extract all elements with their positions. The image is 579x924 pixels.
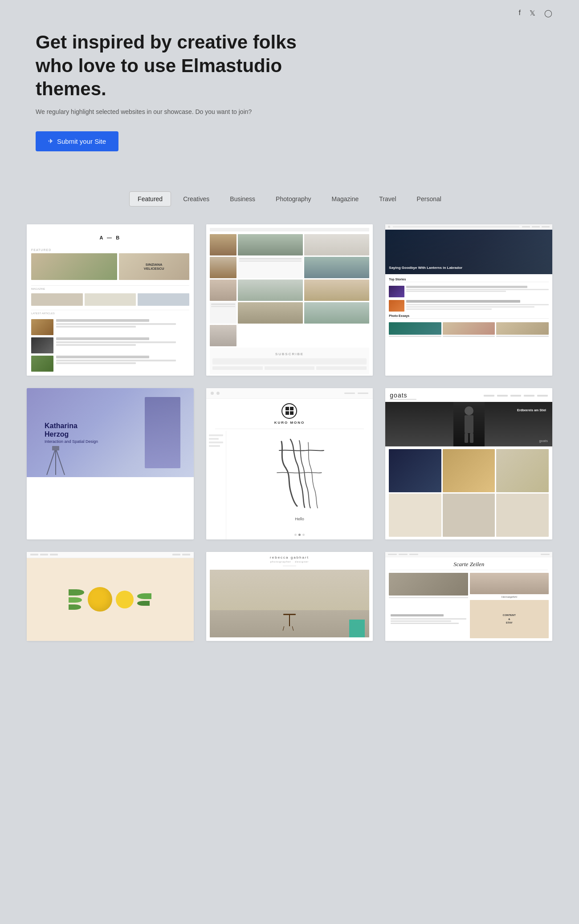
text-block (389, 600, 468, 638)
tab-travel[interactable]: Travel (371, 191, 404, 207)
person-silhouette (458, 404, 480, 444)
site-card-ab-blog[interactable]: A — B FEATURED SINZIANAVELICESCU MAGAZIN… (27, 224, 194, 376)
filter-tabs: Featured Creatives Business Photography … (0, 169, 579, 224)
nav-link2 (497, 395, 508, 397)
big-body2 (406, 306, 534, 308)
tripod-icon (42, 442, 69, 477)
mock-article-1 (31, 319, 189, 335)
lemon-2 (116, 591, 134, 608)
tab-business[interactable]: Business (221, 191, 264, 207)
brand-tagline (390, 399, 416, 400)
mock-cell (210, 234, 236, 255)
caption-1 (389, 336, 441, 337)
mock-title-3 (56, 356, 149, 358)
mock-grid: SUBSCRIBE (210, 234, 370, 369)
caption-2 (443, 336, 495, 337)
goats-watermark: goats (539, 439, 548, 443)
mock-article-img-3 (31, 356, 53, 372)
story-text-2 (406, 300, 549, 312)
story-sub (406, 289, 549, 290)
site-card-goats[interactable]: goats (385, 388, 552, 539)
mock-article-text-2 (56, 337, 189, 346)
twitter-icon[interactable]: 𝕏 (530, 9, 535, 17)
mock-nav (210, 228, 370, 231)
story-row-2 (389, 300, 549, 312)
photo-item-2 (443, 322, 495, 337)
mock-grid-item (138, 293, 189, 306)
mock-sub2-3 (56, 362, 136, 364)
tab-magazine[interactable]: Magazine (323, 191, 367, 207)
mock-section2: LATEST ARTICLES (31, 310, 189, 315)
mock-cell (304, 280, 369, 301)
foot1 (283, 626, 285, 631)
site-card-rebecca[interactable]: rebecca gabhart photographer · designer (206, 552, 373, 641)
nav-link4 (172, 554, 180, 555)
mock-sub-2 (56, 341, 176, 343)
accent-block (349, 620, 365, 637)
wall (210, 570, 370, 610)
photo-item-1 (389, 322, 441, 337)
sidebar-line4 (209, 445, 220, 447)
submit-site-button[interactable]: ✈ Submit your Site (36, 131, 118, 151)
nav-dot (211, 392, 214, 395)
hero-person (453, 402, 485, 446)
mock-sub2-2 (56, 344, 136, 346)
site-thumbnail-4: KatharinaHerzog Interaction and Spatial … (27, 388, 194, 477)
hero-subtitle: We regulary highlight selected websites … (36, 108, 543, 115)
mock-nav (206, 388, 373, 399)
big-title (406, 300, 520, 303)
mock-grid-item (31, 293, 83, 306)
mock-article-text-3 (56, 356, 189, 364)
sidebar-line3 (209, 442, 223, 443)
mock-img-1 (31, 253, 117, 280)
tab-featured[interactable]: Featured (129, 191, 171, 207)
text-title (391, 614, 444, 616)
site-name: rebecca gabhart (270, 555, 309, 559)
mock-cell (304, 302, 369, 324)
site-card-mollietea[interactable]: Saying Goodbye With Lanterns in Labrador… (385, 224, 552, 376)
mock-article-img-2 (31, 337, 53, 353)
site-thumbnail-5: KURO MONO (206, 388, 373, 539)
tab-creatives[interactable]: Creatives (175, 191, 218, 207)
dot3 (302, 534, 305, 536)
nav-link2 (40, 554, 48, 555)
mock-cell (210, 325, 236, 346)
site-card-magazine[interactable]: SUBSCRIBE (206, 224, 373, 376)
nav-link5 (182, 554, 190, 555)
mock-body: Top Stories (385, 274, 552, 376)
tab-photography[interactable]: Photography (267, 191, 319, 207)
leaves-right (137, 593, 151, 606)
site-card-katharina[interactable]: KatharinaHerzog Interaction and Spatial … (27, 388, 194, 539)
story-title (406, 286, 527, 288)
nav-links-right (172, 554, 190, 555)
hero (27, 558, 194, 641)
logo-circle (281, 403, 297, 419)
instagram-icon[interactable]: ◯ (544, 9, 552, 17)
facebook-icon[interactable]: f (519, 9, 521, 17)
nav-link3 (50, 554, 58, 555)
body: Heimatgefühl CONTENT&STAY (385, 570, 552, 641)
nav-link1 (484, 395, 494, 397)
hero-text: Erdbeereis am Stiel (517, 409, 548, 412)
mock-articles (31, 319, 189, 374)
site-card-scarte[interactable]: Scarte Zeilen Heimatgefühl (385, 552, 552, 641)
mock-cell (238, 234, 303, 255)
story-img-2 (389, 300, 404, 312)
desc-lines (293, 523, 306, 534)
mock-sub-3 (56, 360, 176, 361)
stones-img (389, 573, 468, 596)
nav-links-left (30, 554, 58, 555)
mock-grid (31, 293, 189, 306)
mock-header: goats (385, 388, 552, 402)
text-line3 (391, 623, 458, 624)
site-card-illustration[interactable] (27, 552, 194, 641)
tab-personal[interactable]: Personal (408, 191, 450, 207)
mock-grid (385, 446, 552, 539)
nav-item2 (399, 554, 408, 555)
site-thumbnail-6: goats (385, 388, 552, 539)
person-name: KatharinaHerzog (45, 421, 98, 438)
photo-img-3 (496, 322, 549, 335)
site-card-kuromono[interactable]: KURO MONO (206, 388, 373, 539)
nav-link5 (537, 395, 548, 397)
submit-btn-label: Submit your Site (57, 138, 106, 145)
